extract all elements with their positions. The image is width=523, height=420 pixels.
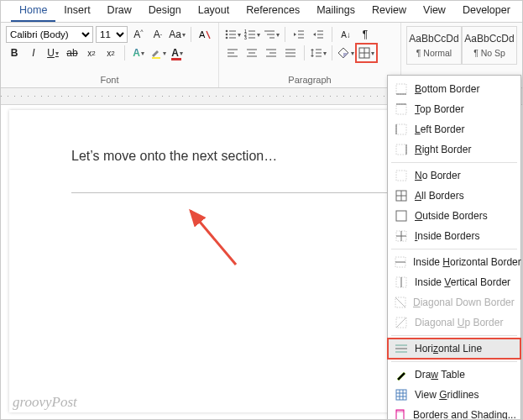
font-color-button[interactable]: A▾ bbox=[169, 45, 186, 61]
svg-point-5 bbox=[225, 34, 228, 36]
separator bbox=[124, 45, 125, 60]
clear-formatting-button[interactable]: A bbox=[196, 26, 213, 43]
outside-borders-icon bbox=[395, 209, 408, 223]
top-border-icon bbox=[395, 102, 408, 116]
underline-button[interactable]: U▾ bbox=[44, 45, 61, 61]
tab-mailings[interactable]: Mailings bbox=[308, 1, 363, 22]
tab-layout[interactable]: Layout bbox=[190, 1, 238, 22]
menu-item-label: Diagonal Down Border bbox=[413, 297, 515, 308]
svg-line-65 bbox=[395, 297, 405, 307]
menu-item-label: Horizontal Line bbox=[415, 343, 482, 354]
numbering-button[interactable]: 123▾ bbox=[243, 26, 260, 43]
menu-item-label: Draw Table bbox=[415, 369, 465, 381]
menu-separator bbox=[391, 162, 517, 163]
svg-rect-71 bbox=[396, 390, 406, 400]
tab-help[interactable]: Help bbox=[519, 1, 523, 22]
italic-button[interactable]: I bbox=[25, 45, 42, 61]
align-left-button[interactable] bbox=[224, 45, 241, 61]
text-effects-button[interactable]: A▾ bbox=[130, 45, 147, 61]
menu-item-label: Right Border bbox=[415, 144, 471, 155]
svg-rect-77 bbox=[396, 410, 404, 412]
shrink-font-button[interactable]: Aˇ bbox=[149, 26, 166, 43]
tab-review[interactable]: Review bbox=[363, 1, 415, 22]
show-marks-button[interactable]: ¶ bbox=[357, 26, 374, 43]
menu-item-label: Inside Vertical Border bbox=[415, 276, 510, 288]
all-borders-icon bbox=[395, 189, 408, 202]
diagonal-up-border-icon bbox=[395, 316, 408, 329]
align-right-button[interactable] bbox=[263, 45, 280, 61]
svg-rect-2 bbox=[152, 57, 160, 59]
menu-item-no-border[interactable]: No Border bbox=[388, 165, 520, 186]
menu-item-draw-table[interactable]: Draw Table bbox=[388, 365, 520, 385]
menu-item-label: Outside Borders bbox=[415, 210, 488, 222]
menu-item-label: Inside Borders bbox=[415, 230, 479, 242]
bold-button[interactable]: B bbox=[6, 45, 23, 61]
tab-developer[interactable]: Developer bbox=[454, 1, 519, 22]
svg-rect-44 bbox=[396, 84, 406, 94]
svg-point-7 bbox=[225, 37, 228, 39]
grow-font-button[interactable]: A^ bbox=[130, 26, 147, 43]
tab-draw[interactable]: Draw bbox=[99, 1, 140, 22]
separator bbox=[191, 27, 191, 42]
subscript-button[interactable]: x2 bbox=[83, 45, 100, 61]
borders-dropdown: Bottom BorderTop BorderLeft BorderRight … bbox=[387, 75, 521, 420]
font-size-combo[interactable]: 11 bbox=[96, 26, 128, 43]
font-name-combo[interactable]: Calibri (Body) bbox=[6, 26, 93, 43]
menu-item-borders-and-shading[interactable]: Borders and Shading... bbox=[388, 405, 520, 420]
tab-view[interactable]: View bbox=[415, 1, 454, 22]
inside-vertical-border-icon bbox=[395, 276, 408, 289]
tab-design[interactable]: Design bbox=[140, 1, 190, 22]
inside-borders-icon bbox=[395, 229, 408, 243]
separator bbox=[332, 27, 332, 42]
menu-item-label: Left Border bbox=[415, 123, 464, 135]
superscript-button[interactable]: x2 bbox=[102, 45, 119, 61]
shading-button[interactable]: ▾ bbox=[337, 45, 354, 61]
borders-button[interactable]: ▾ bbox=[357, 45, 376, 61]
tab-home[interactable]: Home bbox=[11, 1, 55, 22]
justify-button[interactable] bbox=[282, 45, 299, 61]
menu-item-label: Diagonal Up Border bbox=[415, 317, 503, 328]
menu-item-view-gridlines[interactable]: View Gridlines bbox=[388, 385, 520, 405]
menu-item-label: Bottom Border bbox=[415, 83, 479, 95]
svg-rect-56 bbox=[396, 211, 406, 221]
watermark-text: groovyPost bbox=[13, 394, 77, 411]
group-font: Calibri (Body) 11 A^ Aˇ Aa▾ A B I U▾ ab … bbox=[1, 23, 219, 87]
svg-rect-46 bbox=[396, 104, 406, 114]
multilevel-list-button[interactable]: ▾ bbox=[263, 26, 280, 43]
menu-item-inside-borders[interactable]: Inside Borders bbox=[388, 226, 520, 246]
change-case-button[interactable]: Aa▾ bbox=[169, 26, 186, 43]
menu-item-top-border[interactable]: Top Border bbox=[388, 99, 520, 119]
menu-item-outside-borders[interactable]: Outside Borders bbox=[388, 206, 520, 226]
tab-insert[interactable]: Insert bbox=[55, 1, 98, 22]
tab-references[interactable]: References bbox=[238, 1, 308, 22]
menu-item-inside-horizontal-border[interactable]: Inside Horizontal Border bbox=[388, 252, 520, 272]
bullets-button[interactable]: ▾ bbox=[224, 26, 241, 43]
style-normal[interactable]: AaBbCcDd¶ Normal bbox=[406, 26, 462, 65]
decrease-indent-button[interactable] bbox=[290, 26, 307, 43]
menu-item-left-border[interactable]: Left Border bbox=[388, 119, 520, 139]
menu-item-label: Inside Horizontal Border bbox=[413, 256, 521, 268]
highlight-button[interactable]: ▾ bbox=[149, 45, 166, 61]
menu-item-right-border[interactable]: Right Border bbox=[388, 139, 520, 160]
sort-button[interactable]: A↓ bbox=[337, 26, 354, 43]
menu-separator bbox=[391, 249, 517, 249]
menu-item-inside-vertical-border[interactable]: Inside Vertical Border bbox=[388, 272, 520, 292]
style-nosp[interactable]: AaBbCcDd¶ No Sp bbox=[462, 26, 517, 65]
increase-indent-button[interactable] bbox=[310, 26, 327, 43]
draw-table-icon bbox=[395, 368, 408, 381]
menu-item-horizontal-line[interactable]: Horizontal Line bbox=[388, 339, 520, 359]
svg-text:A: A bbox=[199, 29, 206, 39]
ribbon-tabs: HomeInsertDrawDesignLayoutReferencesMail… bbox=[1, 1, 522, 23]
svg-rect-48 bbox=[396, 124, 406, 134]
left-border-icon bbox=[395, 123, 408, 136]
line-spacing-button[interactable]: ▾ bbox=[310, 45, 327, 61]
styles-gallery[interactable]: AaBbCcDd¶ NormalAaBbCcDd¶ No Sp bbox=[406, 26, 517, 65]
strikethrough-button[interactable]: ab bbox=[64, 45, 81, 61]
svg-rect-50 bbox=[396, 144, 406, 155]
group-label-font: Font bbox=[1, 73, 218, 87]
menu-item-all-borders[interactable]: All Borders bbox=[388, 186, 520, 206]
separator bbox=[332, 45, 332, 60]
align-center-button[interactable] bbox=[243, 45, 260, 61]
menu-item-bottom-border[interactable]: Bottom Border bbox=[388, 79, 520, 99]
svg-line-1 bbox=[207, 31, 210, 39]
